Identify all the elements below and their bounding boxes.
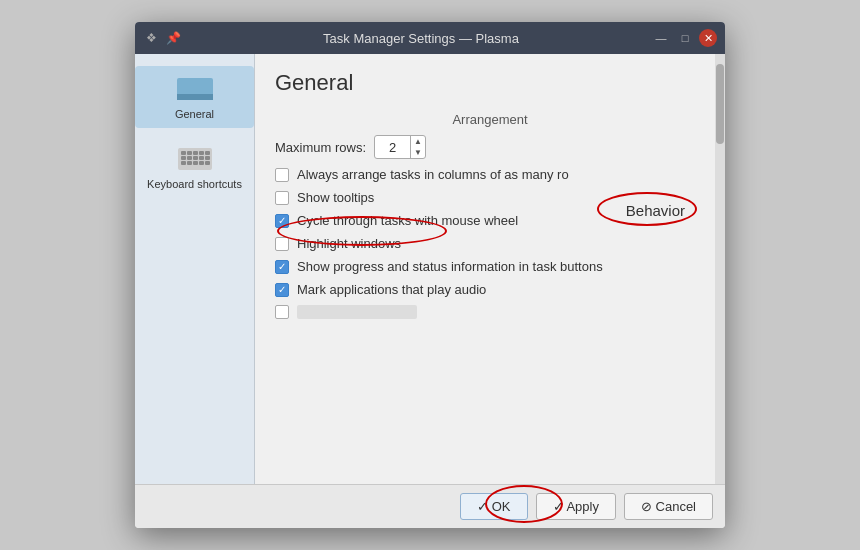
titlebar-controls: — □ ✕ xyxy=(651,28,717,48)
bottom-bar: ✓ OK ✓ Apply ⊘ Cancel xyxy=(135,484,725,528)
titlebar-left-icons: ❖ 📌 xyxy=(143,30,181,46)
partial-row xyxy=(275,305,705,319)
spinbox-arrows: ▲ ▼ xyxy=(410,136,425,158)
always-arrange-label: Always arrange tasks in columns of as ma… xyxy=(297,167,569,182)
show-progress-row: Show progress and status information in … xyxy=(275,259,705,274)
show-progress-checkbox[interactable] xyxy=(275,260,289,274)
highlight-windows-row: Highlight windows xyxy=(275,236,705,251)
show-tooltips-checkbox[interactable] xyxy=(275,191,289,205)
lock-icon[interactable]: 📌 xyxy=(165,30,181,46)
window-title: Task Manager Settings — Plasma xyxy=(191,31,651,46)
minimize-button[interactable]: — xyxy=(651,28,671,48)
arrangement-label: Arrangement xyxy=(275,112,705,127)
show-progress-label: Show progress and status information in … xyxy=(297,259,603,274)
apply-button[interactable]: ✓ Apply xyxy=(536,493,616,520)
ok-button[interactable]: ✓ OK xyxy=(460,493,527,520)
cycle-tasks-checkbox[interactable] xyxy=(275,214,289,228)
always-arrange-checkbox[interactable] xyxy=(275,168,289,182)
sidebar-item-general[interactable]: General xyxy=(135,66,254,128)
spinbox-up[interactable]: ▲ xyxy=(411,136,425,147)
settings-window: ❖ 📌 Task Manager Settings — Plasma — □ ✕… xyxy=(135,22,725,528)
highlight-windows-label: Highlight windows xyxy=(297,236,401,251)
sidebar-general-label: General xyxy=(175,108,214,120)
behavior-label: Behavior xyxy=(626,202,685,219)
cancel-button[interactable]: ⊘ Cancel xyxy=(624,493,713,520)
highlight-windows-checkbox[interactable] xyxy=(275,237,289,251)
sidebar-keyboard-label: Keyboard shortcuts xyxy=(147,178,242,190)
maximize-button[interactable]: □ xyxy=(675,28,695,48)
page-title: General xyxy=(275,70,705,96)
main-area: General Keyboard shortcuts General Arran… xyxy=(135,54,725,484)
max-rows-label: Maximum rows: xyxy=(275,140,366,155)
mark-audio-row: Mark applications that play audio xyxy=(275,282,705,297)
max-rows-row: Maximum rows: 2 ▲ ▼ xyxy=(275,135,705,159)
scrollbar[interactable] xyxy=(715,54,725,484)
keyboard-icon xyxy=(175,144,215,174)
close-button[interactable]: ✕ xyxy=(699,29,717,47)
scrollbar-thumb[interactable] xyxy=(716,64,724,144)
always-arrange-row: Always arrange tasks in columns of as ma… xyxy=(275,167,705,182)
spinbox-down[interactable]: ▼ xyxy=(411,147,425,158)
mark-audio-label: Mark applications that play audio xyxy=(297,282,486,297)
pin-icon[interactable]: ❖ xyxy=(143,30,159,46)
show-tooltips-label: Show tooltips xyxy=(297,190,374,205)
cycle-tasks-label: Cycle through tasks with mouse wheel xyxy=(297,213,518,228)
general-icon xyxy=(175,74,215,104)
partial-checkbox[interactable] xyxy=(275,305,289,319)
mark-audio-checkbox[interactable] xyxy=(275,283,289,297)
titlebar: ❖ 📌 Task Manager Settings — Plasma — □ ✕ xyxy=(135,22,725,54)
max-rows-spinbox[interactable]: 2 ▲ ▼ xyxy=(374,135,426,159)
content-area: General Arrangement Maximum rows: 2 ▲ ▼ … xyxy=(255,54,725,484)
sidebar: General Keyboard shortcuts xyxy=(135,54,255,484)
sidebar-item-keyboard-shortcuts[interactable]: Keyboard shortcuts xyxy=(135,136,254,198)
spinbox-value: 2 xyxy=(375,140,410,155)
